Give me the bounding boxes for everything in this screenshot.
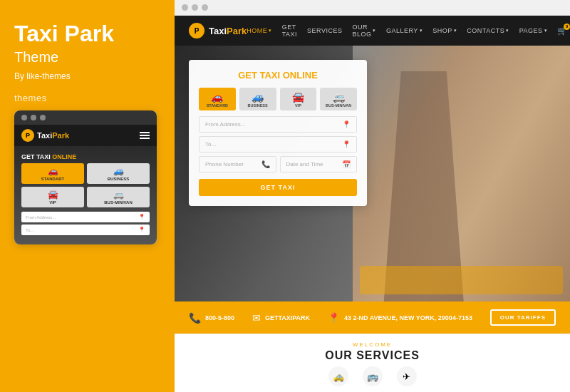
theme-title: Taxi Park (14, 21, 114, 46)
nav-pages[interactable]: PAGES ▾ (519, 27, 547, 34)
hamburger-menu-icon[interactable] (140, 132, 150, 139)
desktop-logo: P TaxiPark (189, 23, 247, 38)
mobile-car-vip[interactable]: 🚘 VIP (21, 187, 84, 207)
car-standard-icon: 🚗 (48, 166, 58, 176)
mobile-car-grid: 🚗 STANDART 🚙 BUSINESS 🚘 VIP 🚐 BUS-MINIVA… (21, 163, 150, 207)
home-chevron-icon: ▾ (269, 28, 272, 33)
nav-shop[interactable]: SHOP ▾ (432, 27, 457, 34)
desktop-nav-links: HOME ▾ GET TAXI SERVICES OUR BLOG ▾ GALL… (247, 24, 567, 38)
booking-title: GET TAXI ONLINE (199, 70, 357, 81)
mobile-car-standard[interactable]: 🚗 STANDART (21, 163, 84, 184)
car-option-minivan[interactable]: 🚐 BUS-MINIVAN (320, 88, 357, 110)
shop-chevron-icon: ▾ (454, 28, 457, 33)
service-icon-2: 🚌 (363, 366, 383, 386)
car-business-label: BUSINESS (108, 177, 130, 181)
mobile-preview-card: P TaxiPark GET TAXI ONLINE 🚗 STANDART 🚙 (14, 110, 157, 244)
car-vip-label: VIP (295, 103, 301, 108)
mobile-logo: P TaxiPark (21, 129, 69, 142)
services-welcome: WELCOME (189, 341, 556, 348)
calendar-icon: 📅 (342, 160, 351, 168)
from-location-icon: 📍 (342, 120, 351, 128)
mobile-from-text: From Address... (26, 215, 56, 220)
from-address-text: From Address... (205, 121, 245, 128)
right-panel: P TaxiPark HOME ▾ GET TAXI SERVICES OUR … (175, 0, 570, 392)
desktop-nav: P TaxiPark HOME ▾ GET TAXI SERVICES OUR … (175, 16, 570, 46)
hero-photo (353, 46, 570, 301)
booking-input-from[interactable]: From Address... 📍 (199, 116, 357, 133)
window-dot-2 (31, 115, 36, 120)
window-dot-1 (21, 115, 27, 120)
desktop-logo-icon: P (189, 23, 204, 38)
tariffs-button[interactable]: OUR TARIFFS (490, 309, 556, 326)
mobile-window-bar (14, 110, 157, 125)
car-minivan-icon: 🚐 (333, 91, 345, 103)
theme-subtitle: Theme (14, 49, 58, 66)
contacts-chevron-icon: ▾ (506, 28, 509, 33)
email-bar-icon: ✉ (252, 312, 261, 324)
mobile-hero-title: GET TAXI ONLINE (21, 153, 150, 160)
nav-gallery[interactable]: GALLERY ▾ (386, 27, 423, 34)
services-title: OUR SERVICES (189, 349, 556, 362)
window-dot-3 (40, 115, 46, 120)
email-bar-text: GETTAXIPARK (265, 314, 310, 321)
mobile-nav: P TaxiPark (14, 125, 157, 146)
services-section: WELCOME OUR SERVICES 🚕 🚌 ✈ (175, 334, 570, 392)
address-bar-text: 43 2-ND AVENUE, NEW YORK, 29004-7153 (344, 314, 472, 321)
blog-chevron-icon: ▾ (373, 28, 376, 33)
car-business-icon: 🚙 (252, 91, 264, 103)
nav-get-taxi[interactable]: GET TAXI (282, 24, 297, 38)
car-option-business[interactable]: 🚙 BUSINESS (239, 88, 276, 110)
address-bar-item: 📍 43 2-ND AVENUE, NEW YORK, 29004-7153 (328, 312, 472, 324)
yellow-contact-bar: 📞 800-5-800 ✉ GETTAXIPARK 📍 43 2-ND AVEN… (175, 301, 570, 334)
car-vip-icon: 🚘 (48, 190, 58, 200)
left-panel: Taxi Park Theme By like-themes themes P … (0, 0, 175, 392)
booking-car-options: 🚗 STANDARD 🚙 BUSINESS 🚘 VIP 🚐 BUS-MINIVA… (199, 88, 357, 110)
car-standard-label: STANDARD (207, 103, 228, 108)
desktop-window-bar (175, 0, 570, 16)
to-address-text: To... (205, 141, 216, 148)
mobile-from-icon: 📍 (138, 214, 145, 220)
mobile-car-minivan[interactable]: 🚐 BUS-MINIVAN (87, 187, 150, 207)
phone-icon: 📞 (261, 160, 270, 168)
mobile-car-business[interactable]: 🚙 BUSINESS (87, 163, 150, 184)
car-vip-label: VIP (49, 200, 56, 205)
get-taxi-button[interactable]: GET TAXI (199, 179, 357, 196)
nav-home[interactable]: HOME ▾ (247, 27, 272, 34)
hamburger-line-3 (140, 138, 150, 139)
pages-chevron-icon: ▾ (544, 28, 548, 33)
nav-services[interactable]: SERVICES (307, 27, 342, 34)
desktop-logo-text: TaxiPark (209, 26, 247, 36)
mobile-logo-text: TaxiPark (37, 131, 69, 140)
desktop-dot-1 (182, 4, 188, 11)
date-text: Date and Time (286, 161, 323, 167)
car-option-vip[interactable]: 🚘 VIP (280, 88, 317, 110)
car-business-icon: 🚙 (113, 166, 124, 176)
car-minivan-icon: 🚐 (113, 190, 124, 200)
desktop-dot-2 (192, 4, 198, 11)
hamburger-line-2 (140, 135, 150, 136)
car-option-standard[interactable]: 🚗 STANDARD (199, 88, 236, 110)
booking-input-date[interactable]: Date and Time 📅 (280, 156, 358, 172)
service-item-3: ✈ (397, 366, 417, 386)
mobile-hero-highlight: ONLINE (52, 153, 76, 160)
service-item-2: 🚌 (363, 366, 383, 386)
booking-title-highlight: ONLINE (283, 70, 318, 81)
hamburger-line-1 (140, 132, 150, 133)
cart-icon[interactable]: 🛒 0 (557, 26, 567, 36)
nav-contacts[interactable]: CONTACTS ▾ (467, 27, 509, 34)
car-minivan-label: BUS-MINIVAN (326, 103, 351, 108)
mobile-hero: GET TAXI ONLINE 🚗 STANDART 🚙 BUSINESS 🚘 … (14, 146, 157, 244)
booking-input-phone[interactable]: Phone Number 📞 (199, 156, 276, 172)
address-bar-icon: 📍 (328, 312, 340, 324)
car-standard-label: STANDART (41, 177, 65, 181)
booking-card: GET TAXI ONLINE 🚗 STANDARD 🚙 BUSINESS 🚘 … (189, 60, 367, 206)
car-standard-icon: 🚗 (211, 91, 223, 103)
mobile-to-icon: 📍 (138, 227, 145, 233)
car-business-label: BUSINESS (248, 103, 268, 108)
phone-text: Phone Number (205, 161, 244, 167)
desktop-hero: GET TAXI ONLINE 🚗 STANDARD 🚙 BUSINESS 🚘 … (175, 46, 570, 301)
phone-bar-icon: 📞 (189, 312, 201, 324)
booking-input-to[interactable]: To... 📍 (199, 136, 357, 153)
nav-blog[interactable]: OUR BLOG ▾ (352, 24, 376, 38)
car-vip-icon: 🚘 (292, 91, 304, 103)
